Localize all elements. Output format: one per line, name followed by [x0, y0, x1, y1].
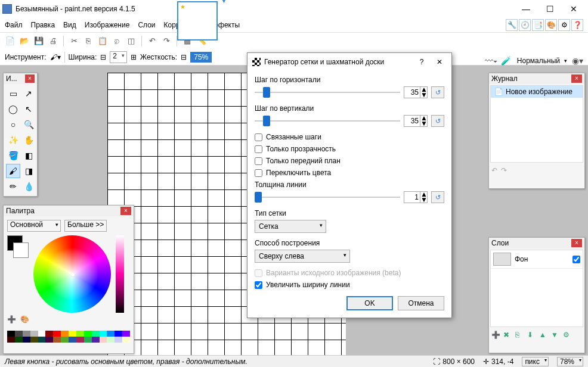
- layers-close-icon[interactable]: ×: [571, 239, 582, 247]
- settings-icon[interactable]: ⚙: [558, 19, 570, 31]
- palette-swatch[interactable]: [114, 331, 122, 337]
- palette-swatch[interactable]: [84, 337, 92, 343]
- menu-file[interactable]: Файл: [5, 21, 23, 29]
- blend-extra-icon[interactable]: ◉▾: [572, 56, 583, 66]
- line-width-reset[interactable]: ↺: [431, 191, 444, 203]
- layer-delete-icon[interactable]: ✖: [503, 331, 513, 340]
- layer-row[interactable]: Фон: [491, 250, 583, 269]
- document-thumb[interactable]: [177, 1, 218, 41]
- redo-icon[interactable]: ↷: [161, 36, 172, 46]
- layer-add-icon[interactable]: ➕: [491, 331, 501, 340]
- value-bar[interactable]: [116, 235, 124, 313]
- palette-swatch[interactable]: [122, 331, 130, 337]
- hardness-minus-icon[interactable]: ⊟: [181, 53, 187, 61]
- palette-swatch[interactable]: [76, 331, 84, 337]
- tool-pan[interactable]: ✋: [21, 133, 36, 147]
- palette-swatch[interactable]: [38, 331, 46, 337]
- linked-checkbox[interactable]: Связанные шаги: [255, 133, 444, 141]
- h-step-slider[interactable]: [255, 92, 400, 93]
- palette-swatch[interactable]: [76, 337, 84, 343]
- secondary-swatch[interactable]: [13, 242, 29, 258]
- palette-swatch[interactable]: [61, 331, 69, 337]
- brush-icon[interactable]: 🖌▾: [50, 53, 61, 61]
- menu-image[interactable]: Изображение: [85, 21, 130, 29]
- layers-toggle-icon[interactable]: 📑: [532, 19, 544, 31]
- palette-swatch[interactable]: [107, 331, 114, 337]
- palette-swatch[interactable]: [45, 337, 53, 343]
- new-icon[interactable]: 📄: [5, 36, 16, 46]
- palette-swatch[interactable]: [92, 337, 100, 343]
- v-step-slider[interactable]: [255, 120, 400, 122]
- layer-up-icon[interactable]: ▲: [539, 331, 549, 340]
- enlarge-checkbox[interactable]: Увеличить ширину линии: [255, 281, 444, 289]
- layer-props-icon[interactable]: ⚙: [563, 331, 572, 340]
- build-mode-select[interactable]: Сверху слева: [255, 250, 350, 263]
- palette-swatch[interactable]: [100, 337, 107, 343]
- minimize-button[interactable]: —: [514, 1, 538, 17]
- dialog-close-button[interactable]: ✕: [432, 58, 447, 66]
- history-undo-icon[interactable]: ↶: [491, 166, 497, 175]
- menu-view[interactable]: Вид: [63, 21, 76, 29]
- more-button[interactable]: Больше >>: [64, 220, 107, 232]
- palette-swatch[interactable]: [53, 331, 61, 337]
- palette-swatch[interactable]: [84, 331, 92, 337]
- h-step-reset[interactable]: ↺: [431, 86, 444, 98]
- tool-color-picker[interactable]: 💧: [21, 179, 36, 194]
- colors-toggle-icon[interactable]: 🎨: [545, 19, 557, 31]
- layer-dup-icon[interactable]: ⎘: [515, 331, 525, 340]
- v-step-input[interactable]: ▲▼: [404, 115, 428, 127]
- unit-select[interactable]: пикс: [522, 357, 549, 366]
- tools-toggle-icon[interactable]: 🔧: [506, 19, 518, 31]
- deselect-icon[interactable]: ◫: [126, 36, 137, 46]
- tool-zoom[interactable]: 🔍: [21, 117, 36, 132]
- copy-icon[interactable]: ⎘: [83, 36, 94, 46]
- crop-icon[interactable]: ⟄: [112, 36, 122, 46]
- h-step-input[interactable]: ▲▼: [404, 86, 428, 98]
- palette-swatch[interactable]: [69, 331, 76, 337]
- layer-visible-checkbox[interactable]: [572, 256, 580, 263]
- transparency-checkbox[interactable]: Только прозрачность: [255, 145, 444, 153]
- line-width-slider[interactable]: [255, 197, 400, 198]
- grid-type-select[interactable]: Сетка: [255, 220, 326, 233]
- cut-icon[interactable]: ✂: [69, 36, 79, 46]
- layer-merge-icon[interactable]: ⬇: [527, 331, 537, 340]
- add-color-icon[interactable]: ➕: [7, 315, 18, 326]
- palette-swatch[interactable]: [114, 337, 122, 343]
- width-input[interactable]: 2: [110, 51, 127, 63]
- palette-swatch[interactable]: [30, 337, 38, 343]
- palette-swatch[interactable]: [7, 337, 15, 343]
- width-minus-icon[interactable]: ⊟: [100, 53, 106, 61]
- palette-swatch[interactable]: [92, 331, 100, 337]
- palette-swatch[interactable]: [53, 337, 61, 343]
- tool-paintbrush[interactable]: 🖌: [6, 164, 20, 178]
- antialias-icon[interactable]: 🧪: [501, 56, 511, 66]
- tool-lasso[interactable]: ◯: [6, 102, 20, 116]
- palette-close-icon[interactable]: ×: [120, 207, 131, 215]
- help-icon[interactable]: ❓: [571, 19, 583, 31]
- palette-swatch[interactable]: [100, 331, 107, 337]
- palette-swatch[interactable]: [15, 331, 23, 337]
- undo-icon[interactable]: ↶: [147, 36, 157, 46]
- tool-eraser[interactable]: ◨: [21, 164, 36, 178]
- swap-colors-checkbox[interactable]: Переключить цвета: [255, 169, 444, 177]
- palette-swatch[interactable]: [23, 337, 30, 343]
- palette-swatch[interactable]: [38, 337, 46, 343]
- maximize-button[interactable]: ☐: [538, 1, 562, 17]
- palette-swatch[interactable]: [7, 331, 15, 337]
- tool-gradient[interactable]: ◧: [21, 148, 36, 163]
- palette-swatch[interactable]: [23, 331, 30, 337]
- menu-edit[interactable]: Правка: [31, 21, 55, 29]
- history-close-icon[interactable]: ×: [571, 74, 582, 83]
- color-mode-select[interactable]: Основной: [7, 220, 61, 232]
- color-strip[interactable]: [7, 331, 130, 343]
- history-toggle-icon[interactable]: 🕘: [519, 19, 531, 31]
- tool-magic-wand[interactable]: ✨: [6, 133, 20, 147]
- dialog-help-button[interactable]: ?: [414, 58, 429, 66]
- ok-button[interactable]: OK: [346, 296, 393, 310]
- close-button[interactable]: ✕: [562, 1, 586, 17]
- save-icon[interactable]: 💾: [33, 36, 44, 46]
- menu-layers[interactable]: Слои: [138, 21, 155, 29]
- print-icon[interactable]: 🖨: [48, 36, 58, 46]
- tool-move[interactable]: ↖: [21, 102, 36, 116]
- palette-swatch[interactable]: [61, 337, 69, 343]
